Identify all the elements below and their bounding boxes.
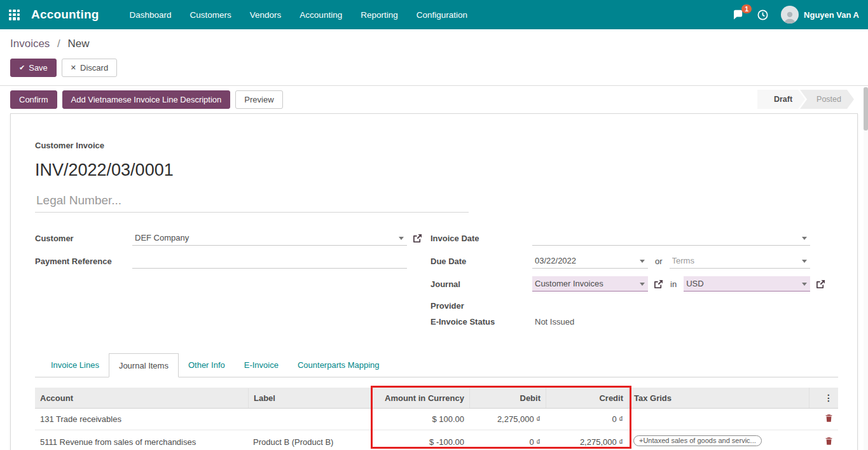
- messages-badge: 1: [741, 4, 752, 14]
- statusbar: Confirm Add Vietnamese Invoice Line Desc…: [0, 85, 868, 113]
- cell-label[interactable]: Product B (Product B): [248, 432, 371, 450]
- invoice-date-label: Invoice Date: [431, 234, 532, 243]
- invoice-date-field[interactable]: [532, 230, 810, 246]
- cell-tax-grids[interactable]: [628, 414, 809, 425]
- app-title: Accounting: [31, 8, 99, 22]
- currency-input[interactable]: [686, 279, 799, 288]
- caret-down-icon: [640, 283, 645, 286]
- journal-external-link-icon[interactable]: [654, 279, 663, 289]
- payment-reference-input[interactable]: [135, 256, 396, 265]
- customer-field[interactable]: [132, 230, 407, 246]
- delete-row-button[interactable]: [809, 409, 838, 430]
- tab-other-info[interactable]: Other Info: [179, 353, 235, 377]
- nav-customers[interactable]: Customers: [190, 10, 231, 20]
- cell-debit[interactable]: 0 ₫: [469, 432, 546, 450]
- scrollbar-thumb[interactable]: [864, 87, 868, 130]
- nav-configuration[interactable]: Configuration: [417, 10, 467, 20]
- payment-terms-field[interactable]: [670, 253, 810, 269]
- header-tax-grids[interactable]: Tax Grids: [628, 388, 809, 408]
- customer-input[interactable]: [135, 233, 396, 243]
- cell-label[interactable]: [248, 414, 371, 425]
- einvoice-status-label: E-Invoice Status: [431, 317, 532, 327]
- journal-input[interactable]: [535, 279, 637, 288]
- table-row[interactable]: 5111 Revenue from sales of merchandises …: [35, 430, 838, 450]
- breadcrumb-current: New: [68, 38, 90, 50]
- due-date-field[interactable]: [532, 253, 648, 269]
- due-date-input[interactable]: [535, 256, 637, 265]
- einvoice-status-value: Not Issued: [532, 317, 574, 327]
- cell-amount-in-currency[interactable]: $ -100.00: [371, 432, 469, 450]
- payment-terms-input[interactable]: [672, 256, 799, 265]
- add-vietnamese-description-button[interactable]: Add Vietnamese Invoice Line Description: [62, 90, 231, 109]
- header-account[interactable]: Account: [35, 388, 248, 408]
- user-menu[interactable]: Nguyen Van A: [781, 6, 859, 24]
- preview-button[interactable]: Preview: [235, 90, 282, 109]
- payment-reference-field[interactable]: [132, 253, 407, 269]
- trash-icon: [825, 414, 833, 423]
- close-icon: ✕: [71, 64, 76, 72]
- trash-icon: [825, 437, 833, 446]
- in-text: in: [670, 279, 677, 289]
- main-menu: Dashboard Customers Vendors Accounting R…: [130, 10, 468, 20]
- tax-grid-tag[interactable]: +Untaxed sales of goods and servic...: [633, 435, 762, 446]
- nav-vendors[interactable]: Vendors: [250, 10, 282, 20]
- table-header-row: Account Label Amount in Currency Debit C…: [35, 388, 838, 409]
- nav-dashboard[interactable]: Dashboard: [130, 10, 172, 20]
- caret-down-icon: [802, 260, 807, 263]
- journal-items-table: Account Label Amount in Currency Debit C…: [35, 388, 838, 450]
- caret-down-icon: [640, 260, 645, 263]
- messages-button[interactable]: 1: [732, 10, 745, 20]
- breadcrumb: Invoices / New: [0, 29, 868, 53]
- delete-row-button[interactable]: [809, 432, 838, 450]
- activities-button[interactable]: [757, 9, 769, 21]
- cell-credit[interactable]: 2,275,000 ₫: [546, 432, 628, 450]
- document-type-label: Customer Invoice: [35, 141, 838, 150]
- journal-field[interactable]: [532, 276, 648, 292]
- cell-credit[interactable]: 0 ₫: [546, 409, 628, 429]
- breadcrumb-separator: /: [57, 38, 60, 50]
- tab-invoice-lines[interactable]: Invoice Lines: [41, 353, 109, 377]
- header-debit[interactable]: Debit: [469, 388, 546, 408]
- payment-reference-label: Payment Reference: [35, 257, 132, 266]
- currency-field[interactable]: [684, 276, 810, 292]
- table-row[interactable]: 131 Trade receivables $ 100.00 2,275,000…: [35, 409, 838, 430]
- cell-account[interactable]: 5111 Revenue from sales of merchandises: [35, 432, 248, 450]
- legal-number-input[interactable]: [35, 190, 469, 213]
- journal-label: Journal: [431, 279, 532, 289]
- header-credit[interactable]: Credit: [546, 388, 628, 408]
- nav-reporting[interactable]: Reporting: [361, 10, 398, 20]
- status-pipeline: Draft Posted: [757, 90, 854, 109]
- cell-account[interactable]: 131 Trade receivables: [35, 409, 248, 429]
- header-amount-in-currency[interactable]: Amount in Currency: [371, 388, 469, 408]
- invoice-number: INV/2022/03/0001: [35, 160, 838, 180]
- caret-down-icon: [399, 237, 404, 240]
- cell-tax-grids[interactable]: +Untaxed sales of goods and servic...: [628, 430, 809, 450]
- due-date-label: Due Date: [431, 257, 532, 266]
- header-label[interactable]: Label: [248, 388, 371, 408]
- tab-journal-items[interactable]: Journal Items: [109, 353, 179, 377]
- currency-external-link-icon[interactable]: [816, 279, 825, 289]
- status-step-draft[interactable]: Draft: [757, 90, 805, 109]
- cell-debit[interactable]: 2,275,000 ₫: [469, 409, 546, 429]
- cell-amount-in-currency[interactable]: $ 100.00: [371, 409, 469, 429]
- nav-accounting[interactable]: Accounting: [300, 10, 342, 20]
- tab-counterparts-mapping[interactable]: Counterparts Mapping: [288, 353, 389, 377]
- status-step-posted[interactable]: Posted: [800, 90, 854, 109]
- user-avatar: [781, 6, 799, 24]
- record-actions: ✔ Save ✕ Discard: [0, 53, 868, 85]
- tab-e-invoice[interactable]: E-Invoice: [235, 353, 288, 377]
- discard-button[interactable]: ✕ Discard: [62, 59, 117, 77]
- form-fields: Customer Payment Reference: [35, 230, 838, 331]
- clock-icon: [757, 9, 769, 21]
- check-icon: ✔: [19, 64, 25, 72]
- invoice-date-input[interactable]: [535, 233, 799, 243]
- caret-down-icon: [802, 237, 807, 240]
- caret-down-icon: [802, 283, 807, 286]
- customer-external-link-icon[interactable]: [413, 234, 422, 243]
- customer-label: Customer: [35, 234, 132, 243]
- save-button[interactable]: ✔ Save: [10, 59, 57, 77]
- apps-menu-icon[interactable]: [9, 10, 20, 20]
- column-options-icon[interactable]: ⋮: [809, 388, 838, 408]
- confirm-button[interactable]: Confirm: [10, 90, 57, 109]
- breadcrumb-invoices-link[interactable]: Invoices: [10, 38, 50, 50]
